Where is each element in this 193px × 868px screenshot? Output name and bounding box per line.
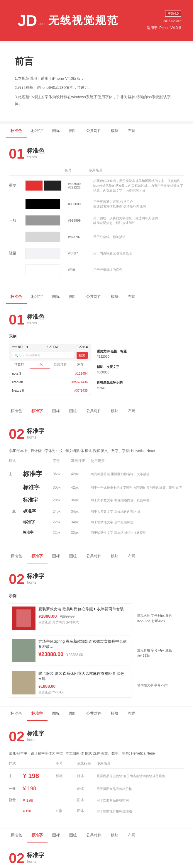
header-badge: 更新4.0 [165, 10, 181, 17]
product-info-0: 夏装新款女装 欧美时尚修心修腹✦ 衣半裙两件套装 ¥1888.00 ¥2388.… [38, 607, 128, 630]
tab4-public[interactable]: 公共对件 [82, 549, 106, 563]
tab5-icon[interactable]: 图标 [48, 707, 64, 721]
product-title-1: 方淡午绿Spring 春装新款知姐连衣裙过女修身中长款 多种款... [38, 639, 128, 649]
color-example-label: 标准色 colors [27, 313, 44, 325]
color-row-0: 重要 #e43000#222222 小面积积极鲜活，用于视觉常规局和图区域的文字… [9, 179, 184, 193]
price-row-1: 一般 ¥ 198 正体 用于页面商品品价格价格 [9, 786, 184, 792]
price-desc-2: 用于次要商品价格时间 [96, 798, 184, 803]
tab-font[interactable]: 标准字 [27, 124, 48, 138]
color-section-num: 01 [9, 147, 24, 161]
color-level-2: 一般 [9, 218, 21, 223]
search-placeholder: Q 识输入搜索词 [19, 353, 40, 358]
nav-tabs-3: 标准色 标准字 图标 图组 公共对件 模块 布局 [0, 404, 193, 418]
tab-layout[interactable]: 布局 [123, 124, 140, 138]
tab5-color[interactable]: 标准色 [6, 707, 27, 721]
tab4-module[interactable]: 模块 [106, 549, 123, 563]
color-example-zh: colors [27, 321, 44, 325]
phone-tab-0[interactable]: 猜数灯 [9, 361, 30, 369]
product-meta-2: 自营正品 25884人 [38, 690, 128, 694]
tab4-layout[interactable]: 布局 [123, 549, 140, 563]
price-row-0: 主 ¥ 198 标粗 粗体 重要商品促进促销 低价为当前活动促销规范规则 [9, 772, 184, 780]
swatch-black [25, 199, 60, 209]
color-table-header: 色号 使用场景 [9, 168, 184, 176]
tab2-layout[interactable]: 布局 [123, 290, 140, 304]
font-section-table: 02 标准字 fronts 京JD品本中、设计稿中字体为 中文: 华文细黑 体 … [0, 418, 193, 549]
swatch-red [25, 180, 43, 191]
tab-icon[interactable]: 图标 [48, 124, 64, 138]
font-lh-1: 42px [71, 486, 87, 490]
tab6-color[interactable]: 标准色 [6, 829, 27, 842]
price-level-0: 主 [9, 774, 19, 779]
color-desc-4: 用于内页标题区域背景色名 [93, 251, 184, 256]
font-sample-5: 标准字 [23, 530, 49, 535]
tab-public[interactable]: 公共对件 [82, 124, 106, 138]
list-item-name-1: iPad air [12, 380, 23, 384]
logo-area: JD .com 无线视觉规范 [18, 13, 119, 28]
font-size-2: 28px [53, 498, 67, 502]
font-ann-2: 辅助性文字 字号22px [137, 683, 184, 688]
tab2-icon[interactable]: 图标 [48, 290, 64, 304]
tab5-public[interactable]: 公共对件 [82, 707, 106, 721]
font-size-5: 22px [53, 531, 67, 535]
phone-tab-2[interactable]: 自营订购 [50, 361, 71, 369]
product-price-0: ¥1888.00 [38, 614, 57, 619]
tab3-group[interactable]: 图组 [64, 404, 82, 418]
tab2-module[interactable]: 模块 [106, 290, 123, 304]
tab6-module[interactable]: 模块 [106, 829, 123, 842]
phone-tab-3[interactable]: 库存 [71, 361, 91, 369]
fth-size: 字号 [53, 459, 67, 463]
font-example-label: 标准字 fronts [27, 572, 44, 585]
phone-tab-1[interactable]: 小米 [30, 361, 50, 369]
product-info-2: 眼卡服装 夏装森系休闲宽大风枕麻连衣裙轻量 绿色 M码 ¥1888.00 自营正… [38, 671, 128, 694]
font-section-label: 标准字 fronts [27, 427, 44, 439]
tab5-layout[interactable]: 布局 [123, 707, 140, 721]
list-item-name-2: Nexus 8 [12, 389, 24, 392]
tab5-font[interactable]: 标准字 [27, 707, 48, 721]
font-desc-2: 用于大多数文字 常规描述内容、页面标签 [91, 498, 184, 503]
phone-search-btn[interactable]: 搜索 [77, 352, 88, 359]
font-lh-4: 34px [71, 520, 87, 524]
tab2-public[interactable]: 公共对件 [82, 290, 106, 304]
foreword-item-1: 1.本规范适用于适用于iPhone V4.0版版， [15, 75, 178, 82]
tab3-color[interactable]: 标准色 [6, 404, 27, 418]
font-example-annotations: 商品名称 字号36px 颜色#222222, 行距36px 重点价格 字号24p… [137, 603, 184, 698]
tab2-font[interactable]: 标准字 [27, 290, 48, 304]
product-price-old-0: ¥2388.00 [60, 614, 75, 619]
tab5-group[interactable]: 图组 [64, 707, 82, 721]
header-meta: 更新4.0 2014.02.018 适用于 iPhone V4.0版 [147, 10, 181, 30]
tab3-layout[interactable]: 布局 [123, 404, 140, 418]
tab3-font[interactable]: 标准字 [27, 404, 48, 418]
color-desc-0: 小面积积极鲜活，用于视觉常规局和图区域的文字、促促销和icon传递优质的感知量，… [93, 179, 184, 193]
tab3-public[interactable]: 公共对件 [82, 404, 106, 418]
tab5-module[interactable]: 模块 [106, 707, 123, 721]
nav-tabs-4: 标准色 标准字 图标 图组 公共对件 模块 布局 [0, 549, 193, 563]
tab4-group[interactable]: 图组 [64, 549, 82, 563]
tab6-icon[interactable]: 图标 [48, 829, 64, 842]
color-row-3: #d7d7d7 用于分割线、标签描述 [9, 231, 184, 242]
color-swatches-1 [25, 199, 63, 209]
tab6-layout[interactable]: 布局 [123, 829, 140, 842]
ann-code-2: #f3f37 [97, 386, 106, 390]
nav-tabs-6: 标准色 标准字 图标 图组 公共对件 模块 布局 [0, 828, 193, 842]
tab-color[interactable]: 标准色 [6, 124, 27, 138]
phone-search-input[interactable]: 🔍 Q 识输入搜索词 [12, 352, 75, 359]
tab2-group[interactable]: 图组 [64, 290, 82, 304]
color-section-label: 标准色 colors [27, 147, 44, 159]
tab4-font[interactable]: 标准字 [27, 549, 48, 563]
tab2-color[interactable]: 标准色 [6, 290, 27, 304]
price-level-2: 轻量 [9, 798, 19, 803]
tab-group[interactable]: 图组 [64, 124, 82, 138]
col-use: 使用场景 [89, 168, 184, 173]
tab6-public[interactable]: 公共对件 [82, 829, 106, 842]
font-size-4: 22px [53, 520, 67, 524]
color-row-4: 轻量 #f3f3f7 用于内页标题区域背景色名 [9, 248, 184, 258]
tab6-font[interactable]: 标准字 [27, 829, 48, 842]
tab3-module[interactable]: 模块 [106, 404, 123, 418]
tab6-group[interactable]: 图组 [64, 829, 82, 842]
tab4-color[interactable]: 标准色 [6, 549, 27, 563]
tab3-icon[interactable]: 图标 [48, 404, 64, 418]
jd-com: .com [37, 22, 45, 26]
color-swatches-3 [25, 231, 63, 242]
tab-module[interactable]: 模块 [106, 124, 123, 138]
tab4-icon[interactable]: 图标 [48, 549, 64, 563]
